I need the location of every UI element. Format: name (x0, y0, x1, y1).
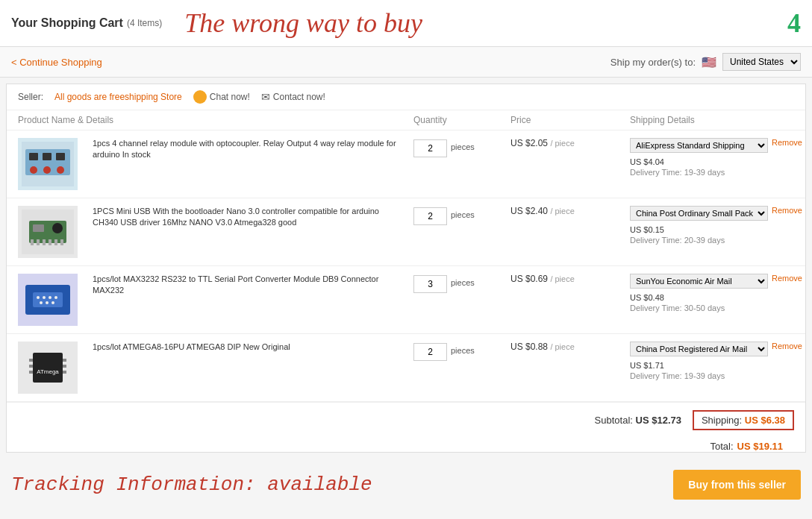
ship-label: Ship my order(s) to: (610, 57, 696, 68)
svg-point-23 (49, 296, 51, 299)
shipping-cost: US $0.48 (630, 293, 802, 302)
quantity-column: pieces (413, 274, 510, 293)
product-name: 1PCS Mini USB With the bootloader Nano 3… (93, 207, 379, 227)
svg-point-21 (37, 296, 40, 299)
remove-button[interactable]: Remove (772, 342, 802, 350)
svg-point-24 (54, 296, 57, 299)
col-shipping: Shipping Details (630, 115, 794, 125)
quantity-input[interactable] (413, 275, 447, 293)
cart-count: (4 Items) (127, 18, 162, 28)
price-column: US $0.88 / piece (510, 342, 630, 352)
price-column: US $2.40 / piece (510, 206, 630, 216)
svg-rect-34 (63, 365, 66, 368)
product-details: 1PCS Mini USB With the bootloader Nano 3… (93, 206, 413, 229)
table-row: 1PCS Mini USB With the bootloader Nano 3… (7, 198, 805, 266)
product-image (18, 138, 78, 190)
quantity-input[interactable] (413, 343, 447, 361)
shipping-column: China Post Ordinary Small Packet Remove … (630, 206, 802, 245)
total-amount: US $19.11 (737, 441, 783, 452)
us-flag-icon: 🇺🇸 (702, 55, 716, 69)
product-details: 1pcs/lot ATMEGA8-16PU ATMEGA8 DIP New Or… (93, 342, 413, 353)
price-column: US $0.69 / piece (510, 274, 630, 284)
email-icon: ✉ (261, 91, 270, 103)
total-row: Total: US $19.11 (7, 438, 805, 452)
price-per-label: / piece (550, 139, 574, 148)
shipping-method-select[interactable]: China Post Ordinary Small Packet (630, 206, 768, 221)
pieces-label: pieces (451, 275, 475, 287)
chat-icon (193, 90, 207, 104)
quantity-input[interactable] (413, 139, 447, 157)
header-tagline: The wrong way to buy (184, 7, 422, 39)
svg-point-6 (43, 166, 51, 174)
delivery-time: Delivery Time: 19-39 days (630, 168, 802, 177)
delivery-time: Delivery Time: 19-39 days (630, 371, 802, 380)
quantity-input[interactable] (413, 207, 447, 225)
svg-rect-30 (29, 359, 33, 362)
pieces-label: pieces (451, 207, 475, 219)
product-price: US $0.69 (510, 274, 548, 284)
svg-rect-12 (31, 239, 34, 245)
svg-point-5 (30, 166, 37, 174)
shipping-column: AliExpress Standard Shipping Remove US $… (630, 138, 802, 177)
cart-main: Seller: All goods are freeshipping Store… (6, 84, 806, 453)
remove-button[interactable]: Remove (772, 274, 802, 283)
svg-rect-13 (37, 239, 40, 245)
svg-rect-32 (29, 371, 33, 374)
total-label: Total: (710, 441, 733, 452)
svg-rect-31 (29, 365, 33, 368)
price-column: US $2.05 / piece (510, 138, 630, 148)
product-price: US $2.40 (510, 206, 548, 216)
table-row: 1pcs 4 channel relay module with optocou… (7, 130, 805, 198)
shipping-method-select[interactable]: AliExpress Standard Shipping (630, 138, 768, 153)
product-image (18, 206, 78, 258)
quantity-column: pieces (413, 138, 510, 157)
seller-label: Seller: (18, 92, 43, 102)
seller-name: All goods are freeshipping Store (54, 92, 182, 102)
shipping-cost: US $1.71 (630, 361, 802, 370)
seller-row: Seller: All goods are freeshipping Store… (7, 84, 805, 110)
product-details: 1pcs/lot MAX3232 RS232 to TTL Serial Por… (93, 274, 413, 297)
product-price: US $0.88 (510, 342, 548, 352)
col-quantity: Quantity (413, 115, 510, 125)
shipping-total-box: Shipping: US $6.38 (693, 410, 794, 430)
product-name: 1pcs/lot MAX3232 RS232 to TTL Serial Por… (93, 274, 378, 295)
shipping-method-select[interactable]: SunYou Economic Air Mail (630, 274, 768, 289)
country-select[interactable]: United States (722, 53, 801, 71)
continue-shopping-link[interactable]: Continue Shopping (11, 57, 102, 68)
table-row: ATmega 1pcs/lot ATMEGA8-16PU ATMEGA8 DIP… (7, 334, 805, 402)
chat-label: Chat now! (210, 92, 250, 102)
shipping-method-select[interactable]: China Post Registered Air Mail (630, 342, 768, 356)
svg-point-7 (57, 166, 64, 174)
contact-button[interactable]: ✉ Contact now! (261, 91, 325, 103)
delivery-time: Delivery Time: 20-39 days (630, 236, 802, 245)
shipping-remove-row: SunYou Economic Air Mail Remove (630, 274, 802, 289)
bottom-section: Tracking Information: available Buy from… (0, 459, 812, 511)
tracking-text: Tracking Information: available (11, 474, 372, 496)
subtotal-label: Subtotal: (595, 415, 633, 426)
col-product: Product Name & Details (18, 115, 413, 125)
footer-totals: Subtotal: US $12.73 Shipping: US $6.38 (7, 402, 805, 438)
shipping-footer-amount: US $6.38 (745, 415, 785, 426)
remove-button[interactable]: Remove (772, 138, 802, 147)
pieces-label: pieces (451, 139, 475, 151)
product-price: US $2.05 (510, 138, 548, 148)
remove-button[interactable]: Remove (772, 206, 802, 215)
svg-rect-16 (54, 239, 57, 245)
toolbar: Continue Shopping Ship my order(s) to: 🇺… (0, 47, 812, 78)
price-per-label: / piece (550, 274, 574, 283)
svg-point-25 (40, 301, 43, 304)
shipping-column: SunYou Economic Air Mail Remove US $0.48… (630, 274, 802, 312)
col-price: Price (510, 115, 630, 125)
svg-point-26 (46, 301, 49, 304)
svg-rect-17 (60, 239, 63, 245)
svg-point-11 (52, 223, 63, 233)
header: Your Shopping Cart (4 Items) The wrong w… (0, 0, 812, 47)
shipping-cost: US $4.04 (630, 157, 802, 166)
svg-rect-33 (63, 359, 66, 362)
buy-from-seller-button[interactable]: Buy from this seller (673, 470, 801, 500)
svg-rect-2 (29, 153, 38, 160)
chat-button[interactable]: Chat now! (193, 90, 250, 104)
svg-rect-4 (56, 153, 65, 160)
svg-rect-29 (33, 353, 63, 383)
product-image: ATmega (18, 342, 78, 394)
